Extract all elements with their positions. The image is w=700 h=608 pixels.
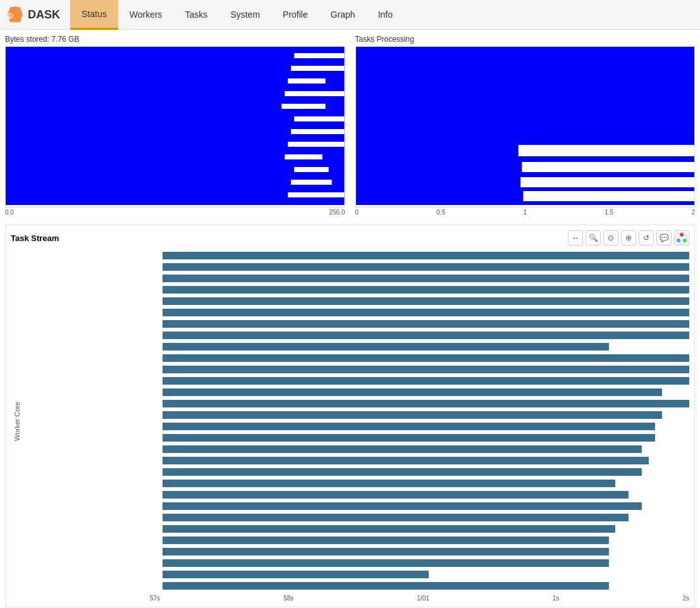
tasks-x-min: 0 xyxy=(355,209,359,216)
task-bar xyxy=(163,548,609,555)
task-stream-bar-row xyxy=(23,569,689,579)
stream-chart-area: Worker Core xyxy=(11,251,689,592)
bars-area xyxy=(23,251,689,592)
svg-rect-15 xyxy=(288,192,344,197)
x-axis-label: 2s xyxy=(682,595,689,602)
nav-status[interactable]: Status xyxy=(70,0,118,30)
app-title: DASK xyxy=(28,8,60,22)
task-bar xyxy=(163,502,642,510)
task-stream-bar-row xyxy=(23,524,689,533)
task-bar xyxy=(163,582,609,590)
logo[interactable]: D DASK xyxy=(5,4,60,25)
task-stream-bar-row xyxy=(23,421,689,431)
svg-point-22 xyxy=(680,233,684,237)
task-stream-bar-row xyxy=(23,376,689,385)
task-stream-container: Task Stream ↔ 🔍 ⊙ ⊕ ↺ 💬 Wor xyxy=(5,225,695,607)
task-bar xyxy=(163,252,689,259)
svg-rect-14 xyxy=(291,180,331,185)
task-stream-bar-row xyxy=(23,478,689,488)
task-bar xyxy=(163,480,615,487)
nav-tasks[interactable]: Tasks xyxy=(174,0,219,30)
toolbar-reset-icon[interactable]: ↺ xyxy=(639,230,654,245)
bytes-stored-svg xyxy=(6,47,345,205)
task-bar xyxy=(163,525,615,533)
tasks-processing-chart: Tasks Processing 0 0.5 1 1.5 2 xyxy=(355,35,696,217)
task-stream-bar-row xyxy=(23,501,689,511)
task-stream-bar-row xyxy=(23,307,689,317)
bytes-x-min: 0.0 xyxy=(5,209,14,216)
task-bar xyxy=(163,286,689,294)
svg-rect-19 xyxy=(520,177,694,187)
task-bar xyxy=(163,366,689,373)
svg-rect-13 xyxy=(294,167,329,172)
svg-rect-17 xyxy=(518,145,694,156)
dask-logo-icon: D xyxy=(5,4,25,25)
toolbar-zoom-icon[interactable]: 🔍 xyxy=(586,230,601,245)
task-stream-bar-row xyxy=(23,467,689,476)
nav-workers[interactable]: Workers xyxy=(118,0,174,30)
task-stream-bar-row xyxy=(23,342,689,351)
task-stream-bar-row xyxy=(23,456,689,465)
task-bar xyxy=(163,491,629,499)
toolbar-bokeh-icon[interactable] xyxy=(674,230,689,245)
main-content: Bytes stored: 7.76 GB xyxy=(0,30,700,608)
task-bar xyxy=(163,468,642,476)
nav-system[interactable]: System xyxy=(219,0,271,30)
nav-graph[interactable]: Graph xyxy=(319,0,367,30)
bytes-axis-bottom: 0.0 256.0 xyxy=(5,208,345,217)
svg-rect-6 xyxy=(288,78,326,84)
task-stream-bar-row xyxy=(23,353,689,363)
task-stream-bar-row xyxy=(23,387,689,397)
task-stream-bar-row xyxy=(23,512,689,522)
svg-text:D: D xyxy=(8,12,13,20)
x-axis-label: 1/01 xyxy=(417,595,429,602)
tasks-x-mid3: 1.5 xyxy=(605,209,613,216)
x-axis-label: 1s xyxy=(553,595,560,602)
toolbar-pan-icon[interactable]: ↔ xyxy=(568,230,583,245)
task-bar xyxy=(163,411,662,419)
svg-rect-8 xyxy=(281,104,325,109)
svg-rect-9 xyxy=(294,116,344,121)
svg-rect-4 xyxy=(294,53,344,58)
task-bar xyxy=(163,320,689,328)
svg-rect-5 xyxy=(291,66,344,71)
task-stream-bar-row xyxy=(23,364,689,374)
task-bar xyxy=(163,263,689,271)
task-stream-bar-row xyxy=(23,273,689,283)
nav-profile[interactable]: Profile xyxy=(271,0,319,30)
svg-rect-18 xyxy=(522,162,694,172)
task-stream-bar-row xyxy=(23,251,689,260)
task-stream-bar-row xyxy=(23,581,689,590)
task-bar xyxy=(163,457,649,464)
task-bar xyxy=(163,400,689,407)
task-bar xyxy=(163,388,662,396)
toolbar-icons: ↔ 🔍 ⊙ ⊕ ↺ 💬 xyxy=(568,230,689,245)
task-bar xyxy=(163,514,629,521)
task-stream-title: Task Stream xyxy=(11,233,59,243)
x-axis: 57s58s1/011s2s xyxy=(11,595,689,602)
task-stream-bar-row xyxy=(23,547,689,556)
tasks-processing-svg xyxy=(356,47,695,205)
svg-rect-10 xyxy=(291,129,344,134)
toolbar-wheel-zoom-icon[interactable]: ⊕ xyxy=(621,230,636,245)
task-bar xyxy=(163,434,655,442)
bytes-stored-chart: Bytes stored: 7.76 GB xyxy=(5,35,345,217)
nav-info[interactable]: Info xyxy=(367,0,404,30)
bokeh-logo-icon xyxy=(675,232,688,244)
toolbar-hover-icon[interactable]: 💬 xyxy=(656,230,672,245)
tasks-axis-bottom: 0 0.5 1 1.5 2 xyxy=(355,208,696,217)
task-stream-bar-row xyxy=(23,399,689,408)
tasks-processing-box xyxy=(355,46,696,208)
task-bar xyxy=(163,571,429,578)
x-axis-label: 57s xyxy=(150,595,160,602)
navbar: D DASK Status Workers Tasks System Profi… xyxy=(0,0,700,30)
task-bar xyxy=(163,354,689,362)
task-stream-bar-row xyxy=(23,319,689,328)
task-bar xyxy=(163,445,642,453)
y-axis-label: Worker Core xyxy=(11,251,23,592)
bytes-stored-box xyxy=(5,46,345,208)
task-stream-bar-row xyxy=(23,285,689,294)
tasks-x-mid1: 0.5 xyxy=(436,209,445,216)
toolbar-lasso-icon[interactable]: ⊙ xyxy=(603,230,618,245)
task-stream-bar-row xyxy=(23,262,689,271)
